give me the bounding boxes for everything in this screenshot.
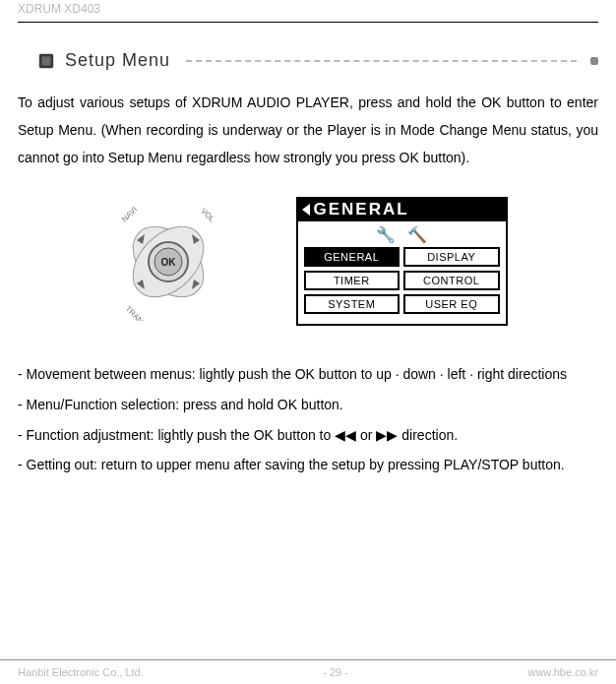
figure-row: OK NAVI VOL TRANS GENERAL 🔧 🔨 GENERALDIS…	[18, 197, 598, 326]
rewind-icon: ◀◀	[335, 427, 356, 443]
device-screen: GENERAL 🔧 🔨 GENERALDISPLAYTIMERCONTROLSY…	[296, 197, 508, 326]
svg-rect-1	[42, 56, 51, 65]
page-footer: Hanbit Electronic Co., Ltd. - 29 - www.h…	[0, 659, 616, 678]
device-title-bar: GENERAL	[298, 199, 506, 221]
footer-url: www.hbe.co.kr	[527, 666, 598, 678]
device-menu-item: GENERAL	[304, 247, 400, 267]
section-title: Setup Menu	[65, 50, 170, 71]
instruction-list: - Movement between menus: lightly push t…	[18, 359, 598, 480]
device-menu-item: USER EQ	[403, 294, 500, 314]
heading-divider	[186, 60, 577, 62]
product-header: XDRUM XD403	[18, 0, 598, 22]
forward-icon: ▶▶	[376, 427, 398, 443]
section-heading: Setup Menu	[37, 50, 598, 71]
ok-label-nw: NAVI	[120, 205, 139, 223]
chevron-left-icon	[302, 204, 310, 216]
device-menu-grid: GENERALDISPLAYTIMERCONTROLSYSTEMUSER EQ	[304, 247, 500, 314]
heading-divider-cap	[590, 57, 598, 65]
setup-menu-icon	[37, 52, 55, 70]
wrench-icon: 🔧	[376, 227, 396, 243]
ok-center-text: OK	[160, 257, 176, 268]
device-menu-item: TIMER	[304, 271, 400, 290]
device-title-text: GENERAL	[314, 200, 409, 219]
header-rule	[18, 22, 598, 23]
ok-joystick-illustration: OK NAVI VOL TRANS	[109, 203, 227, 321]
device-menu-item: CONTROL	[403, 271, 500, 290]
ok-label-ne: VOL	[199, 206, 216, 223]
bullet-selection: - Menu/Function selection: press and hol…	[18, 390, 598, 420]
device-tool-icons: 🔧 🔨	[304, 227, 500, 243]
bullet-exit: - Getting out: return to upper menu afte…	[18, 450, 598, 480]
device-menu-item: DISPLAY	[403, 247, 500, 267]
hammer-icon: 🔨	[407, 227, 427, 243]
device-menu-item: SYSTEM	[304, 294, 400, 314]
intro-paragraph: To adjust various setups of XDRUM AUDIO …	[18, 89, 598, 171]
ok-label-sw: TRANS	[123, 304, 149, 321]
footer-company: Hanbit Electronic Co., Ltd.	[18, 666, 144, 678]
bullet-adjustment: - Function adjustment: lightly push the …	[18, 420, 598, 451]
footer-page-number: - 29 -	[323, 666, 348, 678]
bullet-movement: - Movement between menus: lightly push t…	[18, 359, 598, 390]
